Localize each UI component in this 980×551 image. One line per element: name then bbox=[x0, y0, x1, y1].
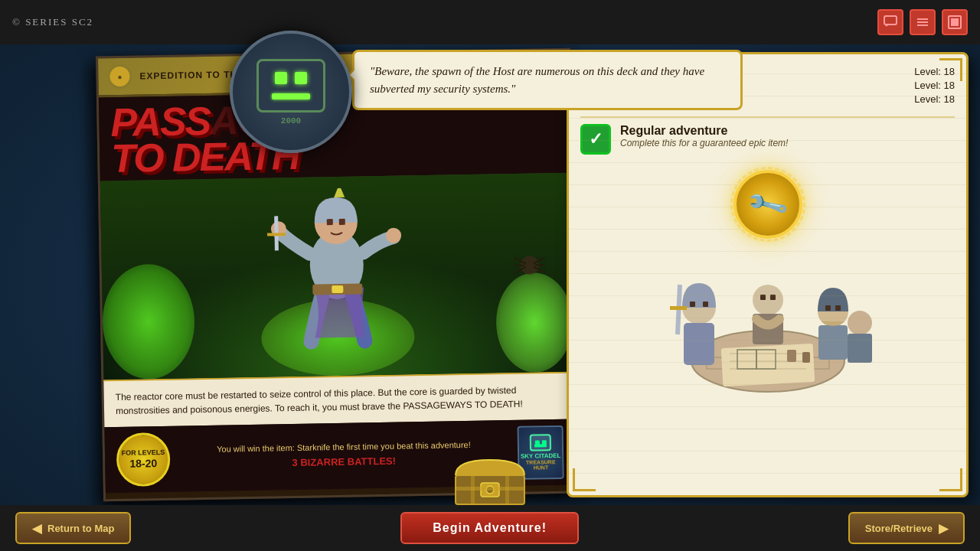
svg-rect-47 bbox=[787, 350, 796, 362]
svg-rect-54 bbox=[471, 475, 475, 504]
chat-icon-button[interactable] bbox=[877, 9, 903, 35]
svg-rect-2 bbox=[917, 21, 928, 23]
robot-circle: 2000 bbox=[230, 31, 352, 153]
svg-rect-34 bbox=[670, 306, 687, 310]
top-bar-left: © SERIES SC2 bbox=[12, 16, 93, 28]
svg-rect-1 bbox=[917, 18, 928, 20]
comic-badge: ● bbox=[107, 64, 132, 90]
store-retrieve-button[interactable]: Store/Retrieve ▶ bbox=[848, 512, 965, 544]
epic-item-display: 🔧 bbox=[580, 170, 955, 239]
footer-center: You will win the item: Starknife the fir… bbox=[217, 440, 471, 471]
speech-bubble: "Beware, the spawn of the Host are numer… bbox=[352, 50, 743, 110]
comic-desc-text: The reactor core must be restarted to se… bbox=[116, 382, 564, 417]
svg-rect-42 bbox=[818, 325, 848, 360]
svg-rect-40 bbox=[770, 295, 776, 300]
svg-rect-44 bbox=[835, 305, 841, 311]
svg-rect-35 bbox=[690, 302, 695, 307]
minimize-icon-button[interactable] bbox=[942, 9, 968, 35]
for-label: FOR LEVELS bbox=[122, 448, 165, 458]
adventure-section: ✓ Regular adventure Complete this for a … bbox=[580, 124, 955, 155]
spider-svg bbox=[510, 249, 549, 281]
left-arrow-icon: ◀ bbox=[32, 521, 41, 536]
svg-rect-9 bbox=[332, 285, 343, 292]
svg-rect-12 bbox=[327, 219, 333, 225]
battles-label: 3 BIZARRE BATTLES! bbox=[217, 453, 471, 471]
return-to-map-button[interactable]: ◀ Return to Map bbox=[15, 512, 131, 544]
svg-rect-46 bbox=[848, 334, 872, 363]
party-illustration-svg bbox=[661, 254, 875, 399]
corner-bl bbox=[573, 468, 596, 491]
top-bar-icons bbox=[877, 9, 968, 35]
level-badge: FOR LEVELS 18-20 bbox=[116, 432, 171, 486]
svg-rect-0 bbox=[884, 16, 897, 24]
svg-rect-15 bbox=[267, 233, 286, 236]
right-panel: Glordfiel Level: 18 Khrumaldrhun Level: … bbox=[567, 52, 969, 497]
svg-rect-3 bbox=[917, 24, 928, 26]
robot-left-eye bbox=[275, 72, 287, 84]
series-text: © SERIES SC2 bbox=[12, 16, 93, 28]
corner-br bbox=[939, 468, 962, 491]
badge-mouth bbox=[534, 444, 547, 447]
svg-rect-53 bbox=[456, 487, 524, 491]
begin-adventure-button[interactable]: Begin Adventure! bbox=[400, 512, 579, 544]
epic-icon: 🔧 bbox=[745, 182, 791, 227]
chest-svg bbox=[452, 456, 528, 506]
adventure-check: ✓ bbox=[580, 124, 611, 155]
speech-text: "Beware, the spawn of the Host are numer… bbox=[370, 63, 725, 97]
robot-label: 2000 bbox=[281, 116, 301, 126]
member-level-2: Level: 18 bbox=[914, 80, 955, 91]
right-arrow-icon: ▶ bbox=[939, 521, 948, 536]
robot-eyes bbox=[275, 72, 307, 84]
svg-point-37 bbox=[753, 285, 783, 315]
checkmark-icon: ✓ bbox=[589, 129, 603, 149]
badge-robot bbox=[530, 434, 551, 451]
adventure-type: Regular adventure bbox=[620, 124, 788, 138]
svg-rect-55 bbox=[505, 475, 509, 504]
item-win-text: You will win the item: Starknife the fir… bbox=[217, 440, 471, 454]
store-retrieve-label: Store/Retrieve bbox=[865, 523, 933, 534]
adventure-desc: Complete this for a guaranteed epic item… bbox=[620, 138, 788, 148]
warrior-scene-bg bbox=[100, 172, 573, 380]
main-content: ● EXPEDITION TO TH... PASSAGE TO DEATH bbox=[0, 44, 980, 505]
return-map-label: Return to Map bbox=[47, 523, 114, 534]
member-level-3: Level: 18 bbox=[914, 93, 955, 105]
svg-rect-39 bbox=[760, 295, 766, 300]
comic-illustration bbox=[100, 172, 573, 380]
treasure-chest bbox=[452, 456, 528, 509]
svg-rect-13 bbox=[339, 218, 345, 224]
begin-adventure-label: Begin Adventure! bbox=[433, 521, 547, 535]
top-bar: © SERIES SC2 bbox=[0, 0, 980, 44]
svg-point-45 bbox=[848, 311, 872, 335]
adventure-info: Regular adventure Complete this for a gu… bbox=[620, 124, 788, 148]
bottom-bar: ◀ Return to Map Begin Adventure! Store/R… bbox=[0, 505, 980, 551]
robot-right-eye bbox=[295, 72, 307, 84]
robot-mouth bbox=[272, 93, 310, 99]
divider bbox=[580, 116, 955, 118]
corner-tr bbox=[939, 58, 962, 81]
party-illustration bbox=[580, 254, 955, 407]
svg-rect-5 bbox=[951, 18, 959, 26]
comic-description: The reactor core must be restarted to se… bbox=[103, 371, 574, 427]
level-range: 18-20 bbox=[129, 457, 157, 470]
svg-rect-43 bbox=[825, 305, 831, 311]
robot-overlay: 2000 bbox=[230, 31, 352, 153]
menu-icon-button[interactable] bbox=[910, 9, 936, 35]
svg-rect-48 bbox=[802, 352, 810, 363]
epic-item-badge: 🔧 bbox=[733, 170, 802, 239]
svg-rect-36 bbox=[703, 302, 708, 307]
warrior-svg bbox=[251, 187, 423, 366]
svg-rect-32 bbox=[684, 323, 714, 365]
robot-head bbox=[256, 59, 325, 112]
